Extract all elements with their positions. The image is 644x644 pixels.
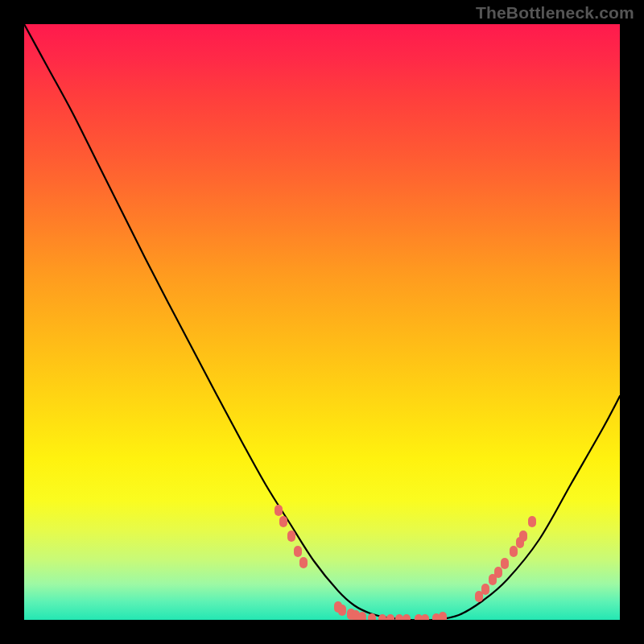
chart-overlay-svg bbox=[24, 24, 620, 620]
curve-marker bbox=[279, 516, 287, 527]
curve-marker bbox=[494, 567, 502, 578]
curve-marker bbox=[299, 557, 308, 568]
curve-marker bbox=[395, 614, 403, 620]
curve-marker bbox=[378, 614, 386, 620]
curve-marker bbox=[402, 614, 411, 620]
curve-marker bbox=[519, 530, 527, 542]
curve-marker bbox=[528, 516, 536, 527]
curve-marker bbox=[501, 558, 509, 569]
curve-marker bbox=[358, 612, 366, 620]
curve-marker bbox=[275, 505, 283, 516]
curve-marker bbox=[294, 546, 302, 557]
bottleneck-curve-line bbox=[24, 24, 620, 620]
curve-marker bbox=[481, 584, 489, 595]
watermark-text: TheBottleneck.com bbox=[476, 3, 634, 23]
curve-marker bbox=[386, 614, 394, 620]
chart-plot-area bbox=[24, 24, 620, 620]
curve-marker bbox=[287, 530, 295, 542]
curve-marker bbox=[421, 614, 429, 620]
curve-marker bbox=[510, 546, 518, 557]
curve-marker bbox=[439, 612, 447, 620]
curve-marker bbox=[338, 605, 346, 616]
